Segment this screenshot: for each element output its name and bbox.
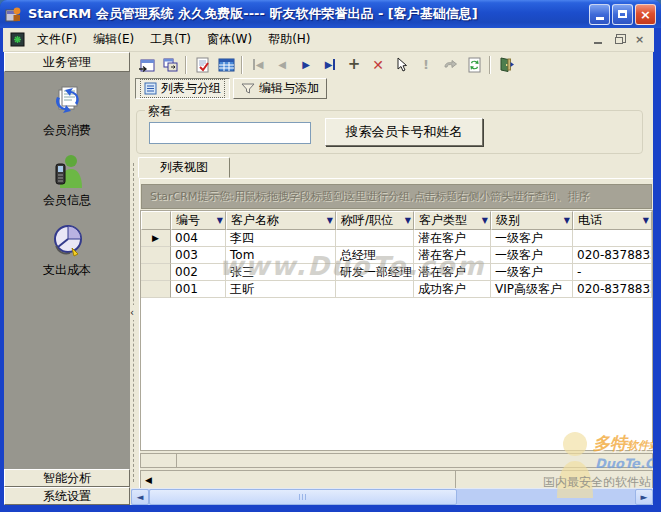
cell-name[interactable]: 王昕	[226, 281, 336, 298]
cell-name[interactable]: Tom	[226, 247, 336, 264]
cell-type[interactable]: 潜在客户	[414, 247, 491, 264]
scrollbar-thumb[interactable]	[149, 489, 457, 505]
cell-level[interactable]: 一级客户	[491, 230, 573, 247]
open-form-button[interactable]	[134, 54, 158, 76]
minimize-button[interactable]	[589, 4, 610, 25]
sidebar-group-analysis[interactable]: 智能分析	[4, 469, 130, 487]
cell-type[interactable]: 潜在客户	[414, 264, 491, 281]
first-record-button[interactable]: ◀	[246, 54, 270, 76]
scrollbar-track[interactable]	[457, 489, 635, 505]
mdi-close-icon: ×	[635, 33, 644, 46]
table-view-button[interactable]	[214, 54, 238, 76]
content-area: ◀ ◀ ▶ ▶ + ✕ !	[130, 52, 653, 505]
cell-title[interactable]: 研发一部经理	[336, 264, 414, 281]
expense-cost-icon	[47, 222, 87, 260]
search-button[interactable]: 搜索会员卡号和姓名	[325, 118, 483, 146]
next-record-button[interactable]: ▶	[294, 54, 318, 76]
menu-window[interactable]: 窗体(W)	[199, 29, 260, 50]
filter-dropdown-icon[interactable]: ▼	[564, 216, 570, 225]
sidebar-group-settings[interactable]: 系统设置	[4, 487, 130, 505]
copy-form-button[interactable]	[158, 54, 182, 76]
sidebar-item-member-consumption[interactable]: 会员消费	[43, 82, 91, 139]
menubar: 文件(F) 编辑(E) 工具(T) 窗体(W) 帮助(H) ×	[3, 28, 654, 52]
cell-level[interactable]: VIP高级客户	[491, 281, 573, 298]
cell-id[interactable]: 003	[171, 247, 226, 264]
toolbar-separator	[489, 56, 491, 74]
mdi-restore-icon	[615, 37, 623, 44]
refresh-button[interactable]	[462, 54, 486, 76]
column-header-title[interactable]: 称呼/职位▼	[336, 211, 414, 230]
table-row[interactable]: 003 Tom 总经理 潜在客户 一级客户 020-83788353	[141, 247, 652, 264]
prior-record-icon: ◀	[278, 59, 286, 70]
cell-name[interactable]: 张三	[226, 264, 336, 281]
cell-phone[interactable]: 020-83788353	[573, 281, 652, 298]
column-header-id[interactable]: 编号▼	[171, 211, 226, 230]
cell-id[interactable]: 002	[171, 264, 226, 281]
mdi-restore-button[interactable]	[611, 33, 626, 46]
tab-list-and-group[interactable]: 列表与分组	[135, 78, 230, 99]
cell-title[interactable]: 总经理	[336, 247, 414, 264]
menu-file[interactable]: 文件(F)	[29, 29, 85, 50]
cell-type[interactable]: 成功客户	[414, 281, 491, 298]
cell-phone[interactable]: 020-83788353	[573, 247, 652, 264]
last-record-button[interactable]: ▶	[318, 54, 342, 76]
cell-level[interactable]: 一级客户	[491, 247, 573, 264]
table-row[interactable]: ▶ 004 李四 潜在客户 一级客户	[141, 230, 652, 247]
maximize-button[interactable]	[612, 4, 633, 25]
scrollbar-left-button[interactable]: ◄	[131, 489, 149, 505]
table-row[interactable]: 001 王昕 成功客户 VIP高级客户 020-83788353	[141, 281, 652, 298]
edit-record-button[interactable]	[390, 54, 414, 76]
close-button[interactable]: ×	[635, 4, 656, 25]
insert-record-button[interactable]: +	[342, 54, 366, 76]
search-input[interactable]	[149, 122, 311, 144]
column-header-type[interactable]: 客户类型▼	[414, 211, 491, 230]
mdi-close-button[interactable]: ×	[632, 33, 647, 46]
cell-id[interactable]: 001	[171, 281, 226, 298]
cell-phone[interactable]: -	[573, 264, 652, 281]
menu-edit[interactable]: 编辑(E)	[85, 29, 142, 50]
menu-tools[interactable]: 工具(T)	[142, 29, 199, 50]
sidebar-splitter[interactable]: ‹	[130, 157, 139, 488]
filter-dropdown-icon[interactable]: ▼	[643, 216, 649, 225]
cell-phone[interactable]	[573, 230, 652, 247]
cell-level[interactable]: 一级客户	[491, 264, 573, 281]
cell-id[interactable]: 004	[171, 230, 226, 247]
filter-edit-icon	[241, 82, 255, 95]
mdi-minimize-button[interactable]	[590, 33, 605, 46]
menu-help[interactable]: 帮助(H)	[260, 29, 318, 50]
cell-title[interactable]	[336, 281, 414, 298]
filter-dropdown-icon[interactable]: ▼	[482, 216, 488, 225]
table-row[interactable]: 002 张三 研发一部经理 潜在客户 一级客户 -	[141, 264, 652, 281]
sidebar-item-expense-cost[interactable]: 支出成本	[43, 222, 91, 279]
list-icon	[144, 82, 157, 95]
scrollbar-right-button[interactable]: ►	[635, 489, 653, 505]
scroll-left-icon[interactable]: ◀	[141, 475, 156, 485]
copy-form-icon	[162, 57, 179, 72]
tab-edit-and-add[interactable]: 编辑与添加	[233, 78, 327, 99]
column-header-name[interactable]: 客户名称▼	[226, 211, 336, 230]
collapse-arrow-icon[interactable]: ‹	[130, 305, 134, 320]
grid-scroll-thumb[interactable]	[156, 471, 456, 489]
sidebar-item-member-info[interactable]: 会员信息	[43, 152, 91, 209]
tab-list-view[interactable]: 列表视图	[138, 157, 230, 178]
post-record-button[interactable]: !	[414, 54, 438, 76]
cell-type[interactable]: 潜在客户	[414, 230, 491, 247]
cell-title[interactable]	[336, 230, 414, 247]
undo-button[interactable]	[438, 54, 462, 76]
sidebar-item-label: 支出成本	[43, 262, 91, 279]
row-selector	[141, 281, 171, 298]
grid-horizontal-scrollbar[interactable]: ◀	[140, 470, 653, 490]
cell-name[interactable]: 李四	[226, 230, 336, 247]
window-horizontal-scrollbar[interactable]: ◄ ►	[131, 488, 653, 505]
exit-button[interactable]	[494, 54, 518, 76]
validate-doc-button[interactable]	[190, 54, 214, 76]
column-header-phone[interactable]: 电话▼	[573, 211, 652, 230]
prior-record-button[interactable]: ◀	[270, 54, 294, 76]
sidebar-item-label: 会员信息	[43, 192, 91, 209]
sidebar-group-business[interactable]: 业务管理	[4, 52, 130, 72]
filter-dropdown-icon[interactable]: ▼	[405, 216, 411, 225]
column-header-level[interactable]: 级别▼	[491, 211, 573, 230]
filter-dropdown-icon[interactable]: ▼	[327, 216, 333, 225]
delete-record-button[interactable]: ✕	[366, 54, 390, 76]
filter-dropdown-icon[interactable]: ▼	[217, 216, 223, 225]
